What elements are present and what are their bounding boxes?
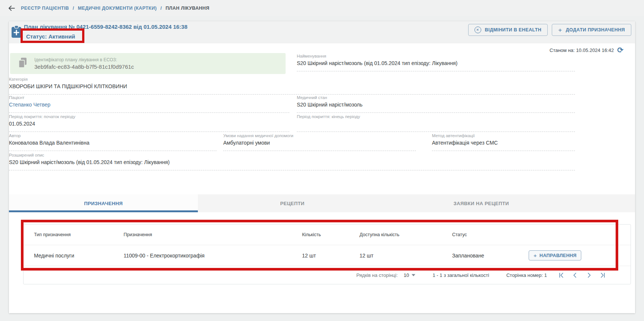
tab-prescriptions[interactable]: РЕЦЕПТИ	[198, 194, 387, 212]
field-auth-method-label: Метод автентифікації	[432, 133, 575, 138]
field-description-label: Розширений опис	[9, 153, 575, 157]
breadcrumb-separator: /	[158, 6, 164, 11]
chevron-right-icon	[586, 272, 592, 278]
breadcrumb: РЕЄСТР ПАЦІЄНТІВ / МЕДИЧНІ ДОКУМЕНТИ (КА…	[21, 6, 209, 11]
arrow-left-icon	[7, 4, 16, 12]
as-of-row: Станом на: 10.05.2024 16:42 ⟳	[500, 46, 623, 54]
field-extended-description: Розширений опис S20 Шкірний наріст/мозол…	[9, 153, 575, 170]
cancel-in-ehealth-button[interactable]: ✕ ВІДМІНИТИ В EHEALTH	[468, 24, 548, 36]
cell-quantity: 12 шт	[302, 253, 360, 259]
last-page-button[interactable]	[600, 272, 606, 278]
field-period-end-label: Період покриття: кінець періоду	[297, 114, 575, 119]
cell-assignment-type: Медичні послуги	[34, 253, 124, 259]
cell-available-quantity: 12 шт	[360, 253, 452, 259]
referral-button-label: НАПРАВЛЕННЯ	[539, 253, 576, 258]
field-name-label: Найменування	[297, 54, 575, 58]
clipboard-plus-icon	[11, 25, 22, 40]
pagination-bar: Рядків на сторінці: 10 1 - 1 з загальної…	[24, 266, 631, 284]
field-name-value: S20 Шкірний наріст/мозоль (від 01.05.202…	[297, 60, 575, 67]
tab-prescription-requests[interactable]: ЗАЯВКИ НА РЕЦЕПТИ	[387, 194, 576, 212]
breadcrumb-current-treatment-plan: ПЛАН ЛІКУВАННЯ	[165, 6, 209, 11]
range-label: 1 - 1 з загальної кількості	[433, 272, 489, 278]
col-quantity: Кількість	[302, 232, 360, 237]
field-medical-condition: Медичний стан S20 Шкірний наріст/мозоль	[297, 95, 575, 113]
field-period-start: Період покриття: початок періоду 01.05.2…	[9, 114, 289, 132]
field-care-conditions: Умови надання медичної допомоги Амбулато…	[223, 133, 416, 151]
add-referral-button[interactable]: + НАПРАВЛЕННЯ	[529, 250, 581, 260]
breadcrumb-patients-registry[interactable]: РЕЄСТР ПАЦІЄНТІВ	[21, 6, 69, 11]
field-condition-value: S20 Шкірний наріст/мозоль	[297, 102, 575, 108]
field-period-end: Період покриття: кінець періоду	[297, 114, 575, 132]
header-actions: ✕ ВІДМІНИТИ В EHEALTH + ДОДАТИ ПРИЗНАЧЕН…	[468, 24, 631, 36]
field-period-end-value	[297, 121, 575, 127]
rows-per-page-select[interactable]: 10	[404, 272, 415, 278]
table-row: Медичні послуги 11009-00 - Електрокортик…	[24, 245, 631, 266]
table-header-row: Тип призначення Призначення Кількість До…	[24, 225, 631, 245]
patient-link[interactable]: Степанко Четвер	[9, 102, 289, 108]
last-page-icon	[600, 272, 606, 278]
field-description-value: S20 Шкірний наріст/мозоль (від 01.05.202…	[9, 159, 575, 166]
field-patient-label: Пацієнт	[9, 95, 289, 100]
col-status: Статус	[452, 232, 529, 237]
pager-nav	[558, 272, 606, 278]
rows-per-page-label: Рядків на сторінці:	[357, 272, 398, 278]
field-care-conditions-label: Умови надання медичної допомоги	[223, 133, 416, 138]
plan-header: План лікування № 0421-6559-8242-8362 від…	[9, 21, 635, 43]
breadcrumb-bar: РЕЄСТР ПАЦІЄНТІВ / МЕДИЧНІ ДОКУМЕНТИ (КА…	[0, 0, 644, 16]
col-assignment-type: Тип призначення	[34, 232, 124, 237]
field-category-value: ХВОРОБИ ШКІРИ ТА ПІДШКІРНОЇ КЛІТКОВИНИ	[9, 83, 575, 90]
field-author-label: Автор	[9, 133, 217, 138]
plus-icon: +	[558, 27, 562, 33]
plan-status-badge: Статус: Активний	[26, 33, 75, 40]
field-author: Автор Коновалова Влада Валентинівна	[9, 133, 217, 151]
field-auth-method-value: Автентифікація через СМС	[432, 140, 575, 146]
breadcrumb-separator: /	[71, 6, 77, 11]
page-number-label: Сторінка номер: 1	[506, 272, 547, 278]
caret-down-icon	[411, 274, 416, 277]
field-period-start-value: 01.05.2024	[9, 121, 289, 127]
rows-per-page-value: 10	[404, 272, 409, 278]
first-page-icon	[558, 272, 564, 278]
field-period-start-label: Період покриття: початок періоду	[9, 114, 289, 119]
refresh-icon[interactable]: ⟳	[617, 46, 623, 54]
tab-bar: ПРИЗНАЧЕННЯ РЕЦЕПТИ ЗАЯВКИ НА РЕЦЕПТИ	[9, 194, 635, 212]
ecoz-id-value: 3eb9fafc-ec83-4a8b-b7f5-81c1f0d9761c	[34, 64, 134, 70]
as-of-label: Станом на: 10.05.2024 16:42	[550, 47, 614, 53]
ecoz-identifier-box: Ідентифікатор плану лікування в ЕСОЗ: 3e…	[10, 53, 286, 74]
field-category: Категорія ХВОРОБИ ШКІРИ ТА ПІДШКІРНОЇ КЛ…	[9, 77, 575, 95]
plus-icon: +	[533, 253, 537, 258]
field-condition-label: Медичний стан	[297, 95, 575, 100]
previous-page-button[interactable]	[572, 272, 578, 278]
assignment-link[interactable]: 11009-00 - Електрокортикографія	[124, 253, 302, 259]
cancel-button-label: ВІДМІНИТИ В EHEALTH	[485, 27, 542, 33]
plan-title: План лікування № 0421-6559-8242-8362 від…	[24, 24, 187, 30]
assignments-table: Тип призначення Призначення Кількість До…	[23, 224, 631, 284]
tab-assignments[interactable]: ПРИЗНАЧЕННЯ	[9, 194, 198, 212]
first-page-button[interactable]	[558, 272, 564, 278]
field-name: Найменування S20 Шкірний наріст/мозоль (…	[297, 54, 575, 71]
chevron-left-icon	[572, 272, 578, 278]
cell-status: Заплановане	[452, 253, 529, 259]
add-button-label: ДОДАТИ ПРИЗНАЧЕННЯ	[566, 27, 625, 33]
add-assignment-button[interactable]: + ДОДАТИ ПРИЗНАЧЕННЯ	[552, 24, 631, 36]
field-author-value: Коновалова Влада Валентинівна	[9, 140, 217, 146]
breadcrumb-medical-documents[interactable]: МЕДИЧНІ ДОКУМЕНТИ (КАРТКИ)	[78, 6, 156, 11]
back-button[interactable]	[6, 3, 17, 14]
field-category-label: Категорія	[9, 77, 575, 81]
next-page-button[interactable]	[586, 272, 592, 278]
cancel-circle-x-icon: ✕	[475, 27, 481, 33]
field-auth-method: Метод автентифікації Автентифікація чере…	[432, 133, 575, 151]
col-available-quantity: Доступна кількість	[360, 232, 452, 237]
ecoz-id-label: Ідентифікатор плану лікування в ЕСОЗ:	[34, 57, 134, 62]
treatment-plan-page: РЕЄСТР ПАЦІЄНТІВ / МЕДИЧНІ ДОКУМЕНТИ (КА…	[0, 0, 644, 321]
copy-icon[interactable]	[18, 58, 27, 70]
field-care-conditions-value: Амбулаторні умови	[223, 140, 416, 146]
field-patient: Пацієнт Степанко Четвер	[9, 95, 289, 113]
col-assignment: Призначення	[124, 232, 302, 237]
